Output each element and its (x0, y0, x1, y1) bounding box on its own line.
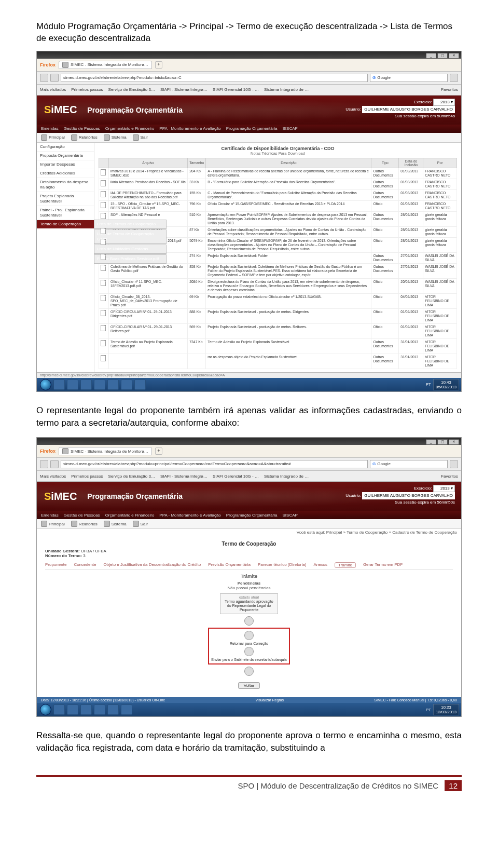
window-close[interactable]: ✕ (449, 53, 459, 59)
search-box[interactable]: GGoogle (370, 74, 448, 82)
taskbar-icon[interactable] (121, 379, 132, 390)
top-tab[interactable]: Orçamentário e Financeiro (105, 513, 155, 518)
most-visited-label[interactable]: Mais visitados (40, 87, 66, 92)
taskbar-icon[interactable] (53, 379, 65, 390)
top-tab[interactable]: Programação Orçamentária (226, 126, 278, 131)
window-maximize[interactable]: ▢ (437, 439, 448, 445)
submenu-item[interactable]: Lista de Unidades Gestoras (94, 245, 167, 254)
table-row[interactable]: Termo de Adesão ao Projeto Esplanada Sus… (99, 338, 457, 354)
bookmark[interactable]: SIAFI Gerencial 10G - … (213, 474, 259, 479)
top-tab[interactable]: PPA - Monitoramento e Avaliação (159, 513, 220, 518)
home-button[interactable] (450, 74, 458, 82)
taskbar-icon[interactable] (80, 379, 92, 390)
window-minimize[interactable]: _ (426, 439, 436, 445)
exercicio-select[interactable]: 2013 ▾ (433, 99, 455, 106)
voltar-button[interactable]: Voltar (238, 682, 260, 689)
taskbar-icon[interactable] (94, 704, 105, 715)
exercicio-select[interactable]: 2013 ▾ (433, 485, 455, 492)
tray-clock[interactable]: 10:2312/03/2013 (433, 704, 459, 715)
firefox-label[interactable]: Firefox (40, 62, 56, 67)
new-tab-button[interactable]: + (155, 447, 162, 455)
taskbar-icon[interactable] (107, 704, 119, 715)
sidebar-item-active[interactable]: Termo de Cooperação Lista de Termos de C… (37, 220, 94, 228)
footer-mid[interactable]: Visualizar Regras (255, 698, 284, 702)
favorites-link[interactable]: Favoritos (441, 87, 458, 92)
favorites-link[interactable]: Favoritos (441, 474, 458, 479)
home-button[interactable] (450, 460, 458, 468)
start-button[interactable] (40, 704, 51, 715)
bookmark[interactable]: Serviço de Emulação 3… (108, 474, 155, 479)
bookmark[interactable]: Sistema Integrado de … (264, 474, 309, 479)
top-tab[interactable]: Gestão de Pessoas (64, 126, 100, 131)
coop-tab[interactable]: Concedente (74, 562, 96, 568)
start-button[interactable] (40, 379, 51, 390)
back-button[interactable] (40, 74, 48, 82)
table-row[interactable]: OFÍCIO CIRCULAR Nº 01- 29-01-2013 Dirige… (99, 308, 457, 323)
top-tab[interactable]: Programação Orçamentária (226, 513, 278, 518)
tool-relatorios[interactable]: Relatórios (71, 134, 98, 141)
tray-lang[interactable]: PT (426, 708, 431, 712)
forward-button[interactable] (50, 460, 59, 468)
simec-logo[interactable]: SiMEC (44, 104, 77, 116)
forward-button[interactable] (50, 74, 59, 82)
url-input[interactable]: simec-d.mec.gov.br/elabrev/elabrev.php?m… (61, 74, 368, 82)
simec-logo[interactable]: SiMEC (44, 491, 77, 503)
tool-sair[interactable]: Sair (133, 134, 148, 141)
top-tab[interactable]: Gestão de Pessoas (64, 513, 100, 518)
coop-tab[interactable]: Anexos (313, 562, 327, 568)
bookmark[interactable]: SIAFI Gerencial 10G - … (213, 87, 259, 92)
bookmark[interactable]: Serviço de Emulação 3… (108, 87, 155, 92)
tool-sistema[interactable]: Sistema (104, 134, 127, 141)
back-button[interactable] (40, 460, 48, 468)
table-row[interactable]: ilário Alteracao Previsao das Receitas -… (99, 179, 457, 189)
table-row[interactable]: IAL DE PREENCHIMENTO - Formulário para S… (99, 189, 457, 200)
taskbar-icon[interactable] (53, 704, 65, 715)
new-tab-button[interactable]: + (155, 61, 162, 69)
sidebar-item[interactable]: Projeto Esplanada Sustentável (37, 192, 94, 206)
coop-tab[interactable]: Previsão Orçamentária (208, 562, 251, 568)
browser-tab[interactable]: SIMEC - Sistema Integrado de Monitora… (59, 447, 152, 455)
action-retornar[interactable]: Retornar para Correção (230, 642, 268, 645)
top-tab[interactable]: SISCAP (283, 126, 298, 131)
tray-clock[interactable]: 10:4305/03/2013 (433, 379, 459, 390)
top-tab[interactable]: Emendas (41, 513, 59, 518)
sidebar-item[interactable]: Detalhamento da despesa na ação (37, 178, 94, 192)
search-box[interactable]: GGoogle (370, 460, 448, 468)
url-input[interactable]: simec-d.mec.gov.br/elabrev/elabrev.php?m… (61, 460, 368, 468)
table-row[interactable]: 15 - SPO - Oficio_Circular nº 15-SPO_MEC… (99, 200, 457, 211)
coop-tab[interactable]: Parecer técnico (Diretoria) (258, 562, 306, 568)
window-maximize[interactable]: ▢ (437, 53, 448, 59)
coop-tab[interactable]: Gerar Termo em PDF (363, 562, 403, 568)
table-row[interactable]: Coletânea de Melhores Práticas de Gestão… (99, 263, 457, 278)
top-tab[interactable]: Orçamentário e Financeiro (105, 126, 155, 131)
bookmark[interactable]: Primeiros passos (71, 87, 103, 92)
top-tab[interactable]: SISCAP (283, 513, 298, 518)
tool-sair[interactable]: Sair (133, 521, 148, 527)
taskbar-icon[interactable] (94, 379, 105, 390)
bookmark[interactable]: Primeiros passos (71, 474, 103, 479)
window-close[interactable]: ✕ (449, 439, 459, 445)
top-tab[interactable]: PPA - Monitoramento e Avaliação (159, 126, 220, 131)
sidebar-item[interactable]: Importar Despesas (37, 160, 94, 169)
sidebar-item[interactable]: Proposta Orçamentária (37, 152, 94, 160)
browser-tab[interactable]: SIMEC - Sistema Integrado de Monitora… (59, 61, 152, 69)
coop-tab[interactable]: Objeto e Justificativa da Descentralizaç… (104, 562, 201, 568)
table-row[interactable]: imativas 2013 e 2014 - Próprias e Vincul… (99, 168, 457, 179)
top-tab[interactable]: Emendas (41, 126, 59, 131)
coop-tab[interactable]: Proponente (45, 562, 66, 568)
bookmark[interactable]: Sistema Integrado de … (264, 87, 309, 92)
tool-principal[interactable]: Principal (41, 521, 65, 527)
table-row[interactable]: rar as despesas objeto do Projeto Esplan… (99, 354, 457, 369)
firefox-label[interactable]: Firefox (40, 449, 56, 454)
bookmark[interactable]: SIAFI - Sistema Integra… (160, 87, 208, 92)
taskbar-icon[interactable] (107, 379, 119, 390)
tool-relatorios[interactable]: Relatórios (71, 521, 98, 527)
table-row[interactable]: Ofício_Circular_08_2013-SPO_MEC_de_04fev… (99, 293, 457, 308)
action-enviar[interactable]: Enviar para o Gabinete da secretaria/aut… (211, 658, 287, 661)
bookmark[interactable]: SIAFI - Sistema Integra… (160, 474, 208, 479)
coop-tab-active[interactable]: Trâmite (335, 562, 356, 568)
sidebar-item[interactable]: Painel - Proj. Esplanada Sustentável (37, 206, 94, 220)
table-row[interactable]: Oficio_Circular nº 11 SPO_MEC- 18FEV2013… (99, 278, 457, 293)
tool-principal[interactable]: Principal (41, 134, 65, 141)
taskbar-icon[interactable] (121, 704, 132, 715)
